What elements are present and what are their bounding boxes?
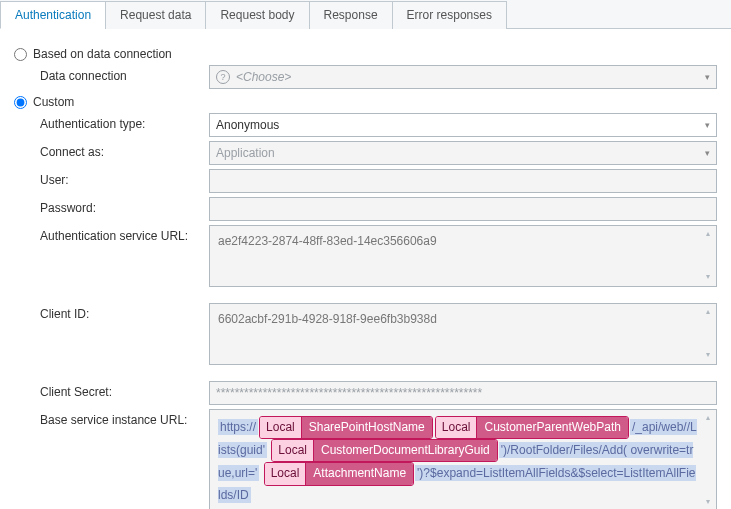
label-connect-as: Connect as: xyxy=(14,141,209,159)
select-connect-as: Application ▾ xyxy=(209,141,717,165)
tab-response[interactable]: Response xyxy=(309,1,393,29)
textarea-auth-service-url[interactable]: ae2f4223-2874-48ff-83ed-14ec356606a9 ▴▾ xyxy=(209,225,717,287)
variable-pill[interactable]: LocalSharePointHostName xyxy=(259,416,433,439)
select-auth-type[interactable]: Anonymous ▾ xyxy=(209,113,717,137)
textarea-client-id[interactable]: 6602acbf-291b-4928-918f-9ee6fb3b938d ▴▾ xyxy=(209,303,717,365)
label-data-connection: Data connection xyxy=(14,65,209,83)
chevron-down-icon: ▾ xyxy=(705,72,710,82)
label-base-url: Base service instance URL: xyxy=(14,409,209,427)
variable-pill[interactable]: LocalCustomerDocumentLibraryGuid xyxy=(271,439,497,462)
tab-request-data[interactable]: Request data xyxy=(105,1,206,29)
label-client-id: Client ID: xyxy=(14,303,209,321)
tab-bar: Authentication Request data Request body… xyxy=(0,0,731,29)
label-password: Password: xyxy=(14,197,209,215)
spinner-arrows-icon[interactable]: ▴▾ xyxy=(702,412,714,509)
tab-authentication[interactable]: Authentication xyxy=(0,1,106,29)
textarea-base-service-url[interactable]: https://LocalSharePointHostNameLocalCust… xyxy=(209,409,717,509)
variable-pill[interactable]: LocalAttachmentName xyxy=(264,462,414,485)
label-client-secret: Client Secret: xyxy=(14,381,209,399)
tab-error-responses[interactable]: Error responses xyxy=(392,1,507,29)
label-user: User: xyxy=(14,169,209,187)
radio-custom[interactable] xyxy=(14,96,27,109)
spinner-arrows-icon[interactable]: ▴▾ xyxy=(702,228,714,284)
chevron-down-icon: ▾ xyxy=(705,120,710,130)
input-client-secret xyxy=(209,381,717,405)
input-password xyxy=(209,197,717,221)
spinner-arrows-icon[interactable]: ▴▾ xyxy=(702,306,714,362)
radio-label-based-on-dc: Based on data connection xyxy=(33,47,172,61)
radio-label-custom: Custom xyxy=(33,95,74,109)
radio-based-on-data-connection[interactable] xyxy=(14,48,27,61)
label-auth-type: Authentication type: xyxy=(14,113,209,131)
authentication-panel: Based on data connection Data connection… xyxy=(0,29,731,509)
tab-request-body[interactable]: Request body xyxy=(205,1,309,29)
variable-pill[interactable]: LocalCustomerParentWebPath xyxy=(435,416,629,439)
chevron-down-icon: ▾ xyxy=(705,148,710,158)
select-data-connection: ? <Choose> ▾ xyxy=(209,65,717,89)
input-user xyxy=(209,169,717,193)
help-icon: ? xyxy=(216,70,230,84)
label-auth-service-url: Authentication service URL: xyxy=(14,225,209,243)
